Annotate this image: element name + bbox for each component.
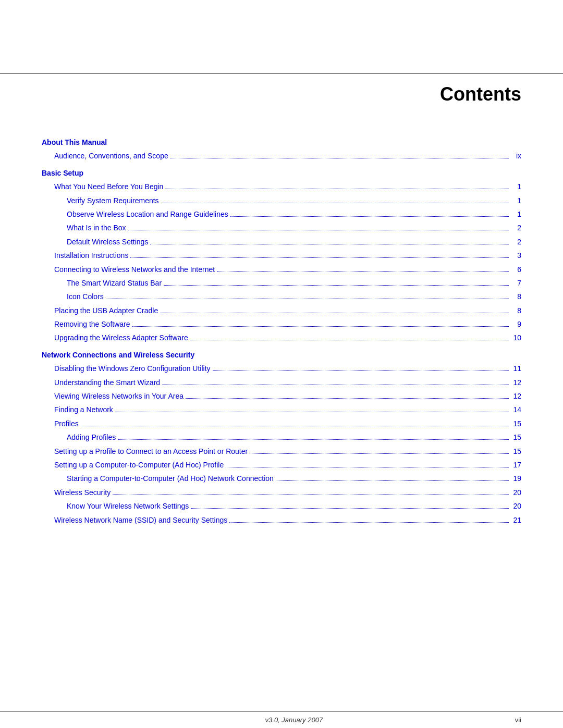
toc-dots <box>229 522 509 523</box>
toc-page-number: 21 <box>511 514 521 526</box>
toc-dots <box>150 244 509 244</box>
toc-heading-label: Network Connections and Wireless Securit… <box>42 349 194 361</box>
page: Contents About This ManualAudience, Conv… <box>0 0 563 728</box>
toc-entry-label: What Is in the Box <box>67 222 126 233</box>
toc-entry[interactable]: Setting up a Computer-to-Computer (Ad Ho… <box>42 459 521 471</box>
toc-heading: Basic Setup <box>42 167 521 179</box>
toc-entry[interactable]: What You Need Before You Begin1 <box>42 181 521 192</box>
toc-page-number: ix <box>511 150 521 162</box>
toc-entry[interactable]: The Smart Wizard Status Bar7 <box>42 277 521 289</box>
toc-entry-label: Removing the Software <box>54 318 130 330</box>
toc-page-number: 15 <box>511 446 521 457</box>
toc-dots <box>113 495 509 495</box>
toc-entry-label: Viewing Wireless Networks in Your Area <box>54 390 183 402</box>
toc-page-number: 20 <box>511 487 521 498</box>
toc-entry[interactable]: Icon Colors8 <box>42 291 521 302</box>
toc-entry-label: Disabling the Windows Zero Configuration… <box>54 363 211 374</box>
toc-page-number: 9 <box>511 318 521 330</box>
toc-entry-label: Understanding the Smart Wizard <box>54 377 160 388</box>
toc-page-number: 8 <box>511 291 521 302</box>
toc-page-number: 8 <box>511 305 521 316</box>
toc-entry-label: Setting up a Profile to Connect to an Ac… <box>54 446 248 457</box>
toc-entry-label: Connecting to Wireless Networks and the … <box>54 264 215 275</box>
toc-dots <box>132 326 509 327</box>
toc-entry[interactable]: Verify System Requirements1 <box>42 195 521 206</box>
toc-page-number: 19 <box>511 473 521 484</box>
toc-page-number: 7 <box>511 277 521 289</box>
toc-page-number: 15 <box>511 431 521 443</box>
toc-entry[interactable]: Observe Wireless Location and Range Guid… <box>42 208 521 220</box>
footer: v3.0, January 2007 vii <box>0 712 563 728</box>
toc-page-number: 12 <box>511 390 521 402</box>
toc-entry-label: Audience, Conventions, and Scope <box>54 150 168 162</box>
toc-page-number: 11 <box>511 363 521 374</box>
toc-heading: Network Connections and Wireless Securit… <box>42 349 521 361</box>
footer-version: v3.0, January 2007 <box>73 716 515 724</box>
toc-page-number: 2 <box>511 222 521 233</box>
toc-page-number: 15 <box>511 418 521 429</box>
toc-entry[interactable]: Understanding the Smart Wizard12 <box>42 377 521 388</box>
toc-entry[interactable]: Installation Instructions3 <box>42 250 521 261</box>
toc-dots <box>165 189 509 189</box>
toc-dots <box>191 508 509 509</box>
toc-dots <box>276 480 509 481</box>
toc-entry[interactable]: Know Your Wireless Network Settings20 <box>42 500 521 512</box>
toc-dots <box>81 426 509 426</box>
header-area: Contents <box>0 74 563 105</box>
toc-dots <box>130 257 509 258</box>
toc-dots <box>213 371 509 371</box>
toc-heading-label: Basic Setup <box>42 167 83 179</box>
toc-entry[interactable]: Viewing Wireless Networks in Your Area12 <box>42 390 521 402</box>
toc-dots <box>164 285 509 286</box>
toc-entry[interactable]: Placing the USB Adapter Cradle8 <box>42 305 521 316</box>
toc-page-number: 1 <box>511 208 521 220</box>
toc-entry-label: Installation Instructions <box>54 250 128 261</box>
footer-page: vii <box>515 716 521 724</box>
toc-heading-label: About This Manual <box>42 137 107 148</box>
toc-dots <box>115 412 509 412</box>
toc-entry[interactable]: Upgrading the Wireless Adapter Software1… <box>42 332 521 343</box>
toc-entry-label: Know Your Wireless Network Settings <box>67 500 189 512</box>
toc-entry-label: Upgrading the Wireless Adapter Software <box>54 332 188 343</box>
toc-entry[interactable]: Default Wireless Settings2 <box>42 236 521 248</box>
toc-entry[interactable]: Starting a Computer-to-Computer (Ad Hoc)… <box>42 473 521 484</box>
page-title: Contents <box>440 83 521 105</box>
toc-dots <box>160 313 509 313</box>
toc-page-number: 1 <box>511 195 521 206</box>
toc-dots <box>186 398 509 399</box>
toc-dots <box>226 467 509 467</box>
toc-entry-label: Icon Colors <box>67 291 104 302</box>
toc-page-number: 20 <box>511 500 521 512</box>
toc-entry-label: Finding a Network <box>54 404 113 415</box>
toc-entry[interactable]: Finding a Network14 <box>42 404 521 415</box>
toc-entry[interactable]: Connecting to Wireless Networks and the … <box>42 264 521 275</box>
toc-dots <box>230 216 509 217</box>
toc-entry-label: Placing the USB Adapter Cradle <box>54 305 158 316</box>
toc-dots <box>217 272 509 272</box>
toc-dots <box>118 439 509 440</box>
toc-entry[interactable]: Adding Profiles15 <box>42 431 521 443</box>
toc-entry[interactable]: Setting up a Profile to Connect to an Ac… <box>42 446 521 457</box>
toc-page-number: 1 <box>511 181 521 192</box>
toc-entry-label: Verify System Requirements <box>67 195 159 206</box>
toc-page-number: 3 <box>511 250 521 261</box>
toc-entry[interactable]: What Is in the Box2 <box>42 222 521 233</box>
toc-content: About This ManualAudience, Conventions, … <box>0 105 563 711</box>
toc-entry[interactable]: Disabling the Windows Zero Configuration… <box>42 363 521 374</box>
toc-entry-label: Wireless Network Name (SSID) and Securit… <box>54 514 227 526</box>
toc-page-number: 6 <box>511 264 521 275</box>
toc-entry-label: Default Wireless Settings <box>67 236 148 248</box>
toc-entry-label: Setting up a Computer-to-Computer (Ad Ho… <box>54 459 224 471</box>
toc-entry-label: What You Need Before You Begin <box>54 181 163 192</box>
toc-entry[interactable]: Wireless Security20 <box>42 487 521 498</box>
toc-dots <box>128 230 509 230</box>
toc-entry-label: Profiles <box>54 418 79 429</box>
toc-dots <box>190 340 509 340</box>
toc-entry[interactable]: Profiles15 <box>42 418 521 429</box>
toc-entry[interactable]: Audience, Conventions, and Scopeix <box>42 150 521 162</box>
toc-page-number: 2 <box>511 236 521 248</box>
toc-page-number: 17 <box>511 459 521 471</box>
toc-page-number: 14 <box>511 404 521 415</box>
toc-entry[interactable]: Wireless Network Name (SSID) and Securit… <box>42 514 521 526</box>
toc-entry[interactable]: Removing the Software9 <box>42 318 521 330</box>
